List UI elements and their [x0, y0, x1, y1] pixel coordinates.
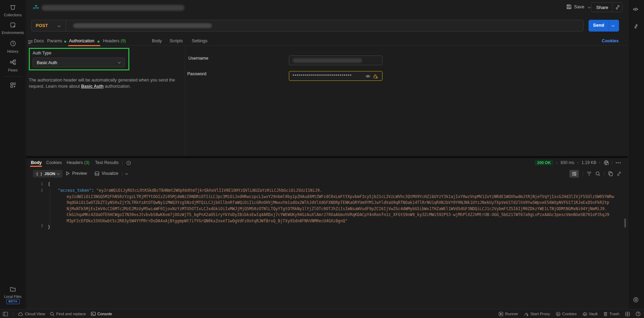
left-sidebar: Collections Environments History Flows L…: [0, 0, 26, 309]
params-modified-dot: [64, 41, 66, 43]
proxy-cursor-icon: [524, 312, 529, 316]
save-icon: [566, 4, 572, 9]
json-line-token: "access_token": "eyJraWQiOiJyRGtcL0tKSkd…: [58, 188, 322, 193]
authorization-modified-dot: [97, 41, 100, 43]
runner-button[interactable]: Runner: [499, 312, 518, 316]
visualize-image-icon: [95, 171, 99, 176]
cloud-icon: [18, 312, 23, 316]
http-request-icon: ⇄HTTP: [32, 4, 41, 11]
sidebar-divider: [3, 76, 22, 77]
filter-icon[interactable]: [587, 172, 592, 176]
preview-toggle[interactable]: Preview: [66, 171, 87, 176]
sidebar-item-label: Collections: [0, 13, 26, 17]
method-selector[interactable]: POST: [36, 23, 48, 28]
line-number: 1: [36, 182, 43, 186]
password-warning-icon[interactable]: [373, 74, 378, 79]
wrap-text-button[interactable]: [569, 170, 579, 178]
cookies-button[interactable]: Cookies: [556, 312, 577, 316]
sidebar-item-local-files[interactable]: Local Files: [0, 286, 26, 299]
token-row: CkGihqaMKc4ZdaOfEhHCWgoI7N30osJtvbvbS8wK…: [67, 212, 609, 217]
auth-type-dropdown[interactable]: Basic Auth: [33, 58, 125, 67]
cookies-link[interactable]: Cookies: [602, 38, 619, 43]
trash-button[interactable]: Trash: [603, 312, 619, 316]
share-button[interactable]: Share: [591, 2, 622, 12]
auth-type-chevron: [118, 61, 121, 63]
show-password-eye-icon[interactable]: [366, 74, 370, 78]
visualize-toggle[interactable]: Visualize: [95, 171, 118, 176]
url-redacted[interactable]: [73, 23, 212, 28]
console-button[interactable]: Console: [91, 312, 112, 316]
copy-icon[interactable]: [608, 171, 613, 176]
tab-params[interactable]: Params: [47, 38, 62, 43]
tab-body[interactable]: Body: [152, 38, 162, 43]
environments-icon: [10, 22, 16, 28]
search-icon[interactable]: [595, 171, 600, 176]
method-chevron[interactable]: [58, 24, 60, 27]
format-options-chevron[interactable]: [125, 172, 128, 175]
url-bar: POST: [31, 20, 584, 32]
tab-headers[interactable]: Headers (9): [103, 38, 126, 43]
send-dropdown-chevron[interactable]: [612, 24, 615, 27]
toggle-sidebar-icon[interactable]: [3, 312, 8, 316]
vault-button[interactable]: Vault: [583, 312, 598, 316]
password-masked-value: ••••••••••••••••••••••••••••••: [293, 73, 352, 77]
link-icon[interactable]: [617, 171, 621, 176]
tab-settings[interactable]: Settings: [192, 38, 207, 43]
sidebar-item-history[interactable]: History: [0, 40, 26, 53]
sidebar-item-label: Flows: [0, 68, 26, 72]
sidebar-item-more[interactable]: [0, 82, 26, 90]
sidebar-item-label: History: [0, 49, 26, 53]
response-more-options[interactable]: •••: [616, 161, 621, 165]
send-button[interactable]: Send: [589, 20, 619, 32]
save-dropdown-chevron[interactable]: [588, 5, 591, 8]
help-icon[interactable]: [636, 311, 641, 316]
json-close-brace: }: [48, 225, 50, 230]
cloud-view-button[interactable]: Cloud View: [18, 312, 45, 316]
beta-badge: BETA: [6, 299, 20, 304]
response-tab-headers[interactable]: Headers (3): [67, 160, 89, 165]
response-tab-cookies[interactable]: Cookies: [46, 160, 62, 165]
orb-icon[interactable]: [633, 297, 639, 303]
auth-description: The authorization header will be automat…: [29, 77, 181, 89]
response-history-icon[interactable]: [126, 161, 131, 165]
swap-arrows-icon[interactable]: [633, 24, 639, 29]
basic-auth-link[interactable]: Basic Auth: [81, 84, 104, 89]
code-snippet-icon[interactable]: </>: [633, 7, 638, 12]
token-row: NjMxNTk5MjEsImV4cCI6MTc2MzE2MzUyMSwiaWF0…: [67, 206, 607, 211]
response-format-dropdown[interactable]: { } JSON: [33, 170, 62, 178]
password-label: Password: [187, 71, 206, 76]
grid-layout-icon[interactable]: [625, 312, 630, 316]
password-input[interactable]: ••••••••••••••••••••••••••••••: [289, 71, 383, 81]
response-tab-body[interactable]: Body: [31, 160, 42, 165]
indent-guide: [50, 188, 50, 225]
response-size[interactable]: 1.19 KB: [582, 160, 596, 165]
tab-docs[interactable]: Docs: [34, 38, 44, 43]
vault-icon: [583, 312, 587, 316]
save-button[interactable]: Save: [566, 4, 590, 9]
find-replace-button[interactable]: Find and replace: [50, 312, 86, 316]
tab-scripts[interactable]: Scripts: [170, 38, 183, 43]
line-number: 3: [36, 224, 43, 228]
panel-gap: [26, 156, 628, 158]
start-proxy-button[interactable]: Start Proxy: [524, 312, 550, 316]
sidebar-item-flows[interactable]: Flows: [0, 59, 26, 72]
response-body-tools: [569, 170, 621, 178]
response-body-json[interactable]: 1 2 3 { "access_token": "eyJraWQiOiJyRGt…: [26, 180, 628, 295]
console-icon: [91, 312, 96, 316]
response-tab-test-results[interactable]: Test Results: [95, 160, 119, 165]
username-input[interactable]: [289, 55, 383, 65]
token-row: 9qdGkiOiIwOTZkZTIyNS0xZjY3LTRkYzAtOTQwNy…: [67, 200, 609, 205]
sidebar-item-collections[interactable]: Collections: [0, 4, 26, 17]
tab-authorization[interactable]: Authorization: [69, 38, 94, 43]
sidebar-item-environments[interactable]: Environments: [0, 22, 26, 35]
folder-icon: [10, 286, 16, 292]
scrollbar-thumb[interactable]: [624, 218, 626, 227]
copy-link-icon[interactable]: [615, 5, 620, 10]
globe-lock-icon[interactable]: [603, 160, 609, 165]
status-badge[interactable]: 200 OK: [535, 160, 553, 165]
braces-icon: { }: [36, 172, 42, 176]
sidebar-item-label: Environments: [0, 31, 26, 35]
cookie-icon: [556, 312, 560, 316]
response-time[interactable]: 830 ms: [560, 160, 574, 165]
search-icon: [50, 312, 54, 316]
